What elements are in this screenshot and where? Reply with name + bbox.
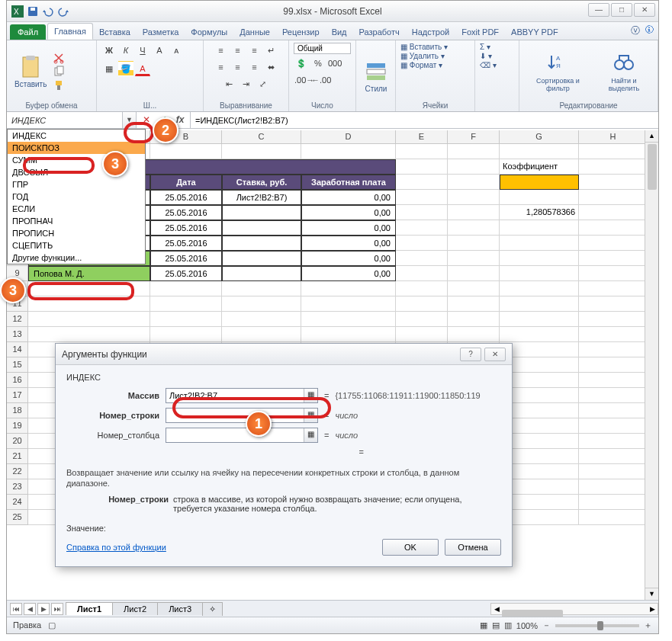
tab-review[interactable]: Рецензир [276,24,326,40]
cell[interactable] [579,251,648,266]
italic-button[interactable]: К [118,43,133,58]
clear-button[interactable]: ⌫ ▾ [480,61,497,69]
view-pagebreak-icon[interactable]: ▥ [504,620,512,630]
font-size-inc[interactable]: A [152,43,167,58]
find-select-button[interactable]: Найти и выделить [595,50,653,94]
sheet-tab-new[interactable]: ✧ [202,602,223,616]
cell[interactable] [448,281,500,296]
cell[interactable] [579,296,648,312]
cell[interactable] [579,266,648,281]
cell[interactable]: Коэффициент [500,159,579,175]
cell[interactable] [579,464,648,479]
cell[interactable]: Дата [150,175,222,190]
cell[interactable] [150,296,222,312]
styles-button[interactable]: Стили [361,57,391,95]
col-header[interactable]: C [222,130,301,143]
cell[interactable] [396,205,448,220]
tab-view[interactable]: Вид [326,24,353,40]
cell[interactable] [500,296,579,312]
cell[interactable]: 25.05.2016 [150,236,222,251]
cell[interactable] [396,236,448,251]
format-painter-icon[interactable] [53,79,65,91]
cell[interactable]: 0,00 [301,190,396,205]
cell[interactable] [396,327,448,342]
cell[interactable] [579,510,648,525]
cell[interactable] [500,312,579,327]
cell[interactable] [579,312,648,327]
undo-icon[interactable] [42,5,54,18]
cell[interactable] [500,266,579,281]
font-color-button[interactable]: A [135,61,150,76]
cell[interactable]: 25.05.2016 [150,251,222,266]
sheet-nav-prev[interactable]: ◀ [24,603,36,615]
col-header[interactable]: E [396,130,448,143]
cell[interactable] [396,159,448,175]
cell[interactable] [579,479,648,495]
cell[interactable]: 25.05.2016 [150,205,222,220]
cell[interactable] [301,144,396,159]
cell[interactable] [222,144,301,159]
minimize-button[interactable]: — [588,3,609,17]
row-header[interactable]: 20 [7,434,28,449]
sheet-tab-2[interactable]: Лист2 [112,602,158,615]
cell[interactable] [500,236,579,251]
tab-developer[interactable]: Разработч [353,24,406,40]
tab-layout[interactable]: Разметка [137,24,185,40]
cell[interactable] [579,281,648,296]
row-header[interactable]: 24 [7,495,28,510]
cell[interactable] [579,236,648,251]
row-header[interactable]: 14 [7,342,28,357]
border-button[interactable]: ▦ [101,61,117,76]
cell[interactable] [396,251,448,266]
zoom-in-button[interactable]: ＋ [644,620,652,631]
tab-abbyy[interactable]: ABBYY PDF [505,24,564,40]
tab-data[interactable]: Данные [233,24,276,40]
cell[interactable] [150,312,222,327]
cell[interactable] [579,220,648,236]
col-header[interactable]: F [448,130,500,143]
cell[interactable] [448,312,500,327]
cell[interactable] [448,236,500,251]
cell[interactable] [579,190,648,205]
cell[interactable] [301,281,396,296]
cell[interactable]: Лист2!B2:B7) [222,190,301,205]
dd-item-match[interactable]: ПОИСКПОЗ [8,142,145,154]
comma-button[interactable]: 000 [327,56,342,71]
cell[interactable] [579,403,648,418]
cells-delete[interactable]: ▦ Удалить ▾ [400,52,445,60]
redo-icon[interactable] [57,5,69,18]
col-header[interactable]: H [579,130,648,143]
cell[interactable] [500,281,579,296]
underline-button[interactable]: Ч [135,43,150,58]
dialog-close-button[interactable]: ✕ [484,348,506,361]
cell[interactable] [396,266,448,281]
cell[interactable] [28,312,150,327]
cell[interactable]: 0,00 [301,220,396,236]
dd-item[interactable]: ЕСЛИ [8,203,145,215]
align-mid[interactable]: ≡ [230,43,246,58]
cell[interactable] [500,220,579,236]
cell[interactable] [301,312,396,327]
cell[interactable] [448,327,500,342]
cell[interactable] [396,220,448,236]
cell[interactable] [222,312,301,327]
dd-item[interactable]: ПРОПНАЧ [8,215,145,227]
cell[interactable] [150,281,222,296]
cell[interactable]: 0,00 [301,266,396,281]
cell[interactable]: Попова М. Д. [28,266,150,281]
help-icon[interactable]: 🛈 [645,24,654,37]
cell[interactable] [396,144,448,159]
cell[interactable] [448,144,500,159]
cell[interactable] [222,205,301,220]
autosum-button[interactable]: Σ ▾ [480,43,490,51]
row-header[interactable]: 21 [7,449,28,464]
arg3-input[interactable] [166,428,318,443]
align-top[interactable]: ≡ [214,43,229,58]
close-button[interactable]: ✕ [634,3,655,17]
row-header[interactable]: 12 [7,312,28,327]
number-format-combo[interactable]: Общий [294,43,351,54]
align-right[interactable]: ≡ [247,59,262,75]
cell[interactable] [448,296,500,312]
cell[interactable] [500,175,579,190]
tab-formulas[interactable]: Формулы [185,24,233,40]
